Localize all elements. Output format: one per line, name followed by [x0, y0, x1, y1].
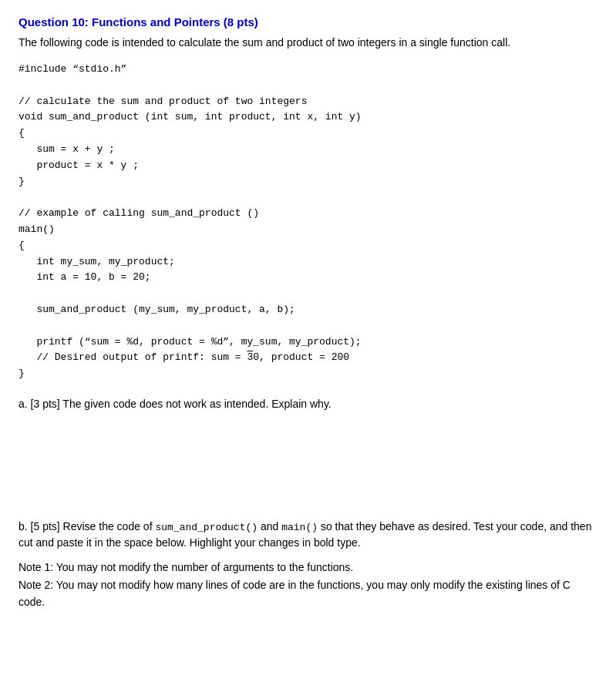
note2: Note 2: You may not modify how many line… — [19, 576, 597, 611]
notes: Note 1: You may not modify the number of… — [19, 559, 597, 610]
part-a-label: a. [3 pts] The given code does not work … — [19, 396, 597, 412]
part-b-label-start: b. [5 pts] Revise the code of — [19, 520, 153, 532]
part-a-answer-space — [19, 420, 597, 505]
part-b-label: b. [5 pts] Revise the code of sum_and_pr… — [19, 519, 597, 552]
note1: Note 1: You may not modify the number of… — [19, 559, 597, 576]
question-title: Question 10: Functions and Pointers (8 p… — [19, 15, 597, 29]
part-b-inline-code1: sum_and_product() — [155, 522, 258, 533]
question-container: Question 10: Functions and Pointers (8 p… — [19, 15, 597, 611]
question-description: The following code is intended to calcul… — [19, 35, 597, 51]
code-block: #include “stdio.h” // calculate the sum … — [19, 62, 597, 382]
part-b-inline-code2: main() — [281, 522, 318, 533]
